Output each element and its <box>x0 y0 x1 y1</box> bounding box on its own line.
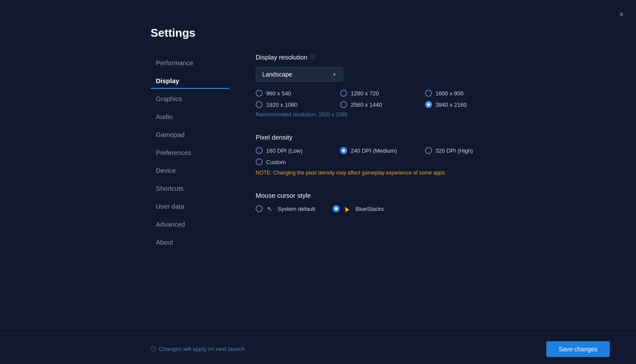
sidebar-item-gamepad[interactable]: Gamepad <box>151 126 229 143</box>
system-cursor-icon: ↖ <box>267 205 272 212</box>
sidebar-item-audio[interactable]: Audio <box>151 108 229 125</box>
radio-icon <box>256 205 263 212</box>
info-icon: ⓘ <box>310 53 316 61</box>
radio-icon-selected <box>340 147 347 154</box>
resolution-option-1600x900[interactable]: 1600 x 900 <box>425 90 510 97</box>
pixel-density-section: Pixel density 160 DPI (Low) 240 DPI (Med… <box>256 133 510 176</box>
radio-icon <box>256 90 263 97</box>
radio-icon <box>256 147 263 154</box>
radio-icon <box>425 147 432 154</box>
sidebar-item-shortcuts[interactable]: Shortcuts <box>151 180 229 196</box>
cursor-style-section: Mouse cursor style ↖ System default Blue… <box>256 192 510 212</box>
sidebar: PerformanceDisplayGraphicsAudioGamepadPr… <box>151 53 229 364</box>
resolution-title: Display resolution ⓘ <box>256 53 510 61</box>
radio-icon-selected <box>425 101 432 108</box>
radio-icon <box>340 101 347 108</box>
display-resolution-section: Display resolution ⓘ Landscape ▼ 960 x 5… <box>256 53 510 118</box>
resolution-option-3840x2160[interactable]: 3840 x 2160 <box>425 101 510 108</box>
bluestacks-cursor-icon <box>343 206 349 212</box>
dpi-option-160[interactable]: 160 DPI (Low) <box>256 147 340 154</box>
dpi-option-custom[interactable]: Custom <box>256 158 340 165</box>
footer-info: ⓘ Changes will apply on next launch <box>151 345 546 353</box>
sidebar-item-about[interactable]: About <box>151 234 229 250</box>
dpi-option-240[interactable]: 240 DPI (Medium) <box>340 147 425 154</box>
cursor-option-bluestacks[interactable]: BlueStacks <box>333 205 384 212</box>
radio-icon <box>425 90 432 97</box>
recommended-resolution-text: Recommended resolution: 1920 x 1080 <box>256 112 510 118</box>
radio-icon <box>340 90 347 97</box>
pixel-density-options: 160 DPI (Low) 240 DPI (Medium) 320 DPI (… <box>256 147 510 165</box>
resolution-option-1280x720[interactable]: 1280 x 720 <box>340 90 425 97</box>
resolution-option-2560x1440[interactable]: 2560 x 1440 <box>340 101 425 108</box>
orientation-dropdown[interactable]: Landscape ▼ <box>256 67 343 82</box>
settings-dialog: × Settings PerformanceDisplayGraphicsAud… <box>0 0 636 364</box>
radio-icon <box>256 158 263 165</box>
sidebar-item-display[interactable]: Display <box>151 73 229 89</box>
radio-icon-selected <box>333 205 340 212</box>
main-content: Display resolution ⓘ Landscape ▼ 960 x 5… <box>229 53 536 364</box>
footer: ⓘ Changes will apply on next launch Save… <box>0 333 636 364</box>
resolution-option-1920x1080[interactable]: 1920 x 1080 <box>256 101 340 108</box>
sidebar-item-device[interactable]: Device <box>151 162 229 178</box>
save-changes-button[interactable]: Save changes <box>546 341 610 357</box>
radio-icon <box>256 101 263 108</box>
sidebar-item-preferences[interactable]: Preferences <box>151 144 229 161</box>
changes-notice-text: Changes will apply on next launch <box>159 346 245 352</box>
resolution-options: 960 x 540 1280 x 720 1600 x 900 1920 x 1… <box>256 90 510 108</box>
pixel-density-note: NOTE: Changing the pixel density may aff… <box>256 170 510 176</box>
settings-body: PerformanceDisplayGraphicsAudioGamepadPr… <box>0 53 636 364</box>
page-title: Settings <box>0 0 636 53</box>
cursor-options: ↖ System default BlueStacks <box>256 205 510 212</box>
sidebar-item-performance[interactable]: Performance <box>151 55 229 71</box>
sidebar-item-advanced[interactable]: Advanced <box>151 216 229 232</box>
sidebar-item-user-data[interactable]: User data <box>151 198 229 214</box>
dropdown-arrow-icon: ▼ <box>332 72 337 77</box>
dpi-option-320[interactable]: 320 DPI (High) <box>425 147 510 154</box>
resolution-option-960x540[interactable]: 960 x 540 <box>256 90 340 97</box>
close-button[interactable]: × <box>617 9 625 20</box>
cursor-style-title: Mouse cursor style <box>256 192 510 199</box>
pixel-density-title: Pixel density <box>256 133 510 141</box>
info-circle-icon: ⓘ <box>151 345 156 353</box>
sidebar-item-graphics[interactable]: Graphics <box>151 91 229 107</box>
cursor-option-system[interactable]: ↖ System default <box>256 205 315 212</box>
